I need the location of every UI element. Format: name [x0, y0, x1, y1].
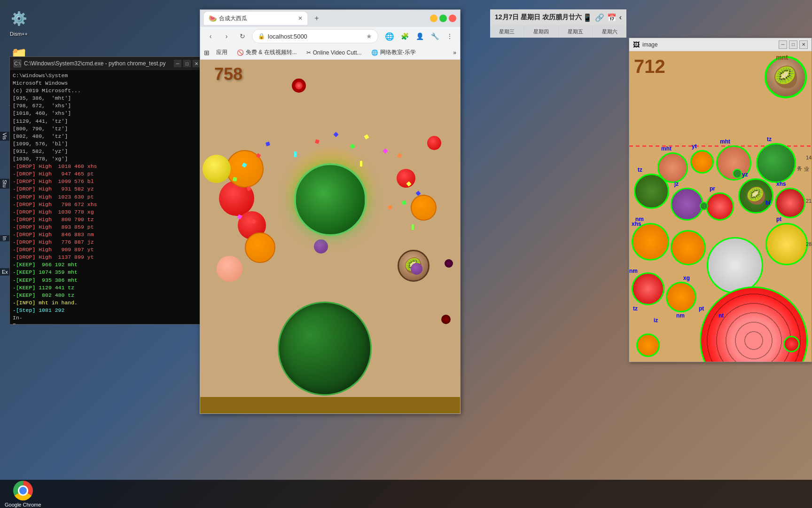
- image-kiwi-3: 🥝 yz: [738, 178, 773, 214]
- cal-day-fri: 星期五: [559, 25, 593, 38]
- image-plum-1: jz: [671, 188, 703, 221]
- image-tomato-1: pr: [706, 192, 734, 221]
- img-label-bl-1: bl: [765, 199, 771, 206]
- profile-icon-btn[interactable]: 👤: [413, 30, 426, 43]
- img-label-pt-1: pt: [776, 216, 781, 222]
- cmd-title-bar[interactable]: C:\ C:\Windows\System32\cmd.exe - python…: [10, 57, 204, 70]
- bookmark-network[interactable]: 🌐 网络教室-乐学: [368, 48, 419, 57]
- calendar-nav-icons: 📱 🔗 📅 ‹: [583, 13, 622, 22]
- image-window-title-bar[interactable]: 🖼 image ─ □ ✕: [629, 38, 812, 51]
- cal-day-thu: 星期四: [524, 25, 559, 38]
- drop-indicator: [292, 79, 306, 93]
- reload-button[interactable]: ↻: [236, 30, 249, 43]
- bookmark-video-cutter[interactable]: ✂ Online Video Cutt...: [304, 48, 365, 57]
- cmd-drop-3: -[DROP] High 1099 576 bl: [13, 178, 201, 185]
- side-label-vis: Vis: [0, 132, 9, 141]
- browser-bookmarks-bar: ⊞ 应用 🚫 免费 & 在线视频转... ✂ Online Video Cutt…: [200, 46, 460, 60]
- tab-close-button[interactable]: ✕: [298, 15, 303, 22]
- phone-icon[interactable]: 📱: [583, 13, 592, 22]
- bookmark-free-video[interactable]: 🚫 免费 & 在线视频转...: [234, 48, 300, 57]
- cmd-ex-label: Ex: [13, 322, 201, 324]
- browser-title-bar[interactable]: 🍉 合成大西瓜 ✕ + ─ □ ✕: [200, 10, 460, 27]
- cmd-minimize-button[interactable]: ─: [174, 60, 181, 67]
- cmd-content: C:\Windows\System Microsoft Windows (c) …: [10, 70, 204, 324]
- image-game-score: 712: [634, 56, 665, 77]
- cmd-drop-9: -[DROP] High 893 859 pt: [13, 223, 201, 231]
- cmd-drop-12: -[DROP] High 909 897 yt: [13, 246, 201, 254]
- img-green-dot-2: [700, 202, 708, 210]
- cmd-data-1: [935, 386, 'mht']: [13, 95, 201, 102]
- img-label-nm-2: nm: [629, 268, 638, 274]
- cmd-drop-6: -[DROP] High 798 672 xhs: [13, 201, 201, 208]
- plum-1: [314, 239, 328, 254]
- image-icon: 🖼: [633, 41, 640, 48]
- image-tomato-2: xhs: [775, 188, 805, 218]
- cmd-keep-1: -[KEEP] 966 192 mht: [13, 261, 201, 269]
- cmd-header-2: Microsoft Windows: [13, 79, 201, 87]
- tab-favicon: 🍉: [209, 15, 216, 22]
- address-bar[interactable]: 🔒 localhost:5000 ★: [252, 29, 378, 43]
- cmd-keep-2: -[KEEP] 1074 359 mht: [13, 269, 201, 276]
- cmd-icon: C:\: [14, 60, 21, 67]
- cmd-drop-11: -[DROP] High 776 887 jz: [13, 238, 201, 246]
- chrome-icon-btn[interactable]: 🌐: [383, 30, 396, 43]
- bookmark-apps[interactable]: 应用: [213, 48, 230, 57]
- image-tomato-3: [632, 272, 664, 305]
- image-minimize-button[interactable]: ─: [779, 40, 787, 49]
- img-label-tz-3: tz: [633, 305, 638, 312]
- calendar-icon[interactable]: 📅: [607, 13, 617, 22]
- cal-day-sat: 星期六: [593, 25, 626, 38]
- orange-1: [226, 150, 264, 188]
- image-orange-5: [666, 282, 696, 312]
- berry-1: [441, 315, 451, 324]
- browser-tab-active[interactable]: 🍉 合成大西瓜 ✕: [204, 12, 307, 25]
- browser-minimize-button[interactable]: ─: [430, 15, 437, 22]
- forward-button[interactable]: ›: [220, 30, 233, 43]
- cmd-in-label: In-: [13, 314, 201, 322]
- orange-2: [245, 232, 275, 263]
- lock-icon: 🔒: [258, 33, 265, 40]
- img-label-jz-1: jz: [674, 181, 679, 187]
- cmd-data-5: [800, 790, 'tz']: [13, 125, 201, 133]
- extensions-icon-btn[interactable]: 🧩: [398, 30, 411, 43]
- cmd-close-button[interactable]: ✕: [193, 60, 200, 67]
- cmd-drop-4: -[DROP] High 931 582 yz: [13, 185, 201, 193]
- side-label-in: In: [0, 235, 9, 241]
- cmd-controls: ─ □ ✕: [174, 60, 200, 67]
- img-label-nt-1: nt: [718, 312, 724, 319]
- img-label-tz-1: tz: [767, 136, 772, 143]
- nav-icons: 🌐 🧩 👤 🔧 ⋮: [383, 30, 456, 43]
- game-area[interactable]: 758: [200, 60, 460, 413]
- back-button[interactable]: ‹: [204, 30, 217, 43]
- star-icon[interactable]: ★: [366, 32, 372, 40]
- image-orange-4: [671, 230, 706, 265]
- browser-window-controls: ─ □ ✕: [430, 15, 456, 22]
- nav-left-icon[interactable]: ‹: [619, 13, 622, 22]
- more-button[interactable]: ⋮: [443, 30, 456, 43]
- cmd-window: C:\ C:\Windows\System32\cmd.exe - python…: [9, 56, 204, 325]
- network-label: 网络教室-乐学: [380, 48, 416, 56]
- cmd-keep-4: -[KEEP] 1129 441 tz: [13, 284, 201, 292]
- img-label-iz-1: iz: [654, 317, 658, 324]
- image-maximize-button[interactable]: □: [789, 40, 797, 49]
- image-close-button[interactable]: ✕: [799, 40, 808, 49]
- browser-maximize-button[interactable]: □: [439, 15, 447, 22]
- bookmarks-more-button[interactable]: »: [453, 49, 456, 56]
- img-label-yz-1: yz: [742, 171, 748, 178]
- img-label-xhs-2: xhs: [632, 221, 641, 227]
- img-num-14: 14: [806, 155, 812, 160]
- cmd-data-9: [1030, 778, 'xg']: [13, 155, 201, 163]
- tomato-3: [397, 169, 415, 188]
- cmd-maximize-button[interactable]: □: [183, 60, 191, 67]
- side-label-stu: Stu: [0, 179, 9, 189]
- taskbar-chrome-item[interactable]: Google Chrome: [5, 481, 41, 508]
- new-tab-button[interactable]: +: [310, 12, 323, 25]
- side-label-ex: Ex: [0, 268, 10, 276]
- extensions2-btn[interactable]: 🔧: [428, 30, 441, 43]
- cmd-data-8: [931, 582, 'yz']: [13, 148, 201, 155]
- cmd-drop-1: -[DROP] High 1018 460 xhs: [13, 163, 201, 170]
- desktop-icon-settings[interactable]: ⚙️ Dism++: [2, 7, 35, 37]
- browser-close-button[interactable]: ✕: [449, 15, 456, 22]
- link-icon[interactable]: 🔗: [595, 13, 604, 22]
- chrome-taskbar-label: Google Chrome: [5, 502, 41, 508]
